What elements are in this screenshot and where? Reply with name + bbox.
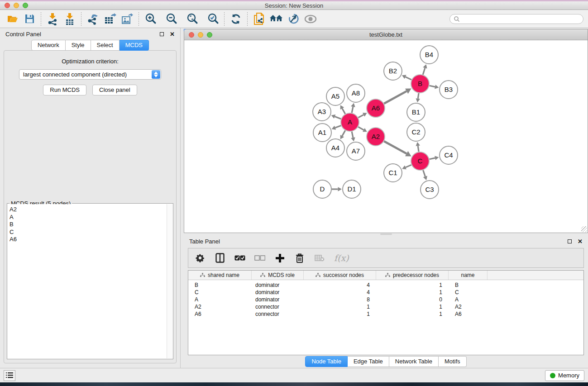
column-header-successor-nodes[interactable]: successor nodes <box>304 271 376 280</box>
zoom-in-icon[interactable] <box>143 12 157 26</box>
tab-select[interactable]: Select <box>91 40 120 51</box>
graph-edge[interactable] <box>418 146 419 152</box>
table-cell: 1 <box>304 304 376 310</box>
show-columns-icon[interactable] <box>215 253 225 263</box>
graph-edge[interactable] <box>406 77 411 80</box>
table-row[interactable]: A2connector11A2 <box>188 303 583 310</box>
column-header-name[interactable]: name <box>449 271 488 280</box>
show-details-eye-icon[interactable] <box>304 12 317 26</box>
function-builder-icon[interactable]: f(x) <box>334 253 349 263</box>
delete-column-trash-icon[interactable] <box>294 253 305 263</box>
export-image-icon[interactable] <box>120 12 134 26</box>
edge-arrowhead <box>351 103 355 107</box>
close-panel-button[interactable]: Close panel <box>92 85 137 95</box>
hierarchy-icon <box>385 273 390 277</box>
new-network-from-selection-icon[interactable] <box>252 12 266 26</box>
table-settings-gear-icon[interactable] <box>195 253 206 263</box>
memory-button[interactable]: Memory <box>545 370 584 381</box>
search-field[interactable] <box>449 14 583 24</box>
graph-node-label: C1 <box>388 169 397 176</box>
zoom-fit-icon[interactable] <box>185 12 199 26</box>
tab-edge-table[interactable]: Edge Table <box>348 356 389 367</box>
toolbar-separator <box>224 12 225 26</box>
table-tabs-bar: Node Table Edge Table Network Table Moti… <box>184 355 588 368</box>
graph-node-label: A <box>348 118 352 126</box>
hierarchy-icon <box>200 273 205 277</box>
edge-arrowhead <box>435 156 439 160</box>
select-all-rows-icon[interactable] <box>234 253 245 263</box>
graph-edge[interactable] <box>423 170 425 176</box>
tab-style[interactable]: Style <box>66 40 91 51</box>
memory-label: Memory <box>558 372 579 379</box>
delete-table-icon[interactable] <box>314 253 325 263</box>
tab-network[interactable]: Network <box>31 40 66 51</box>
export-network-icon[interactable] <box>86 12 100 26</box>
network-graph[interactable]: AA1A2A3A4A5A6A7A8BB1B2B3B4CC1C2C3C4DD1 <box>184 40 588 233</box>
column-header-mcds-role[interactable]: MCDS role <box>252 271 304 280</box>
graph-edge[interactable] <box>335 125 341 128</box>
graph-edge[interactable] <box>342 109 345 114</box>
mcds-result-group: MCDS result (5 nodes) A2ABCA6 <box>7 203 173 359</box>
table-cell: 1 <box>376 311 449 317</box>
resize-grip-icon[interactable] <box>581 226 587 232</box>
zoom-out-icon[interactable] <box>164 12 178 26</box>
deselect-all-rows-icon[interactable] <box>254 253 265 263</box>
criterion-select[interactable]: largest connected component (directed) <box>19 69 161 80</box>
graph-edge[interactable] <box>430 86 435 87</box>
float-panel-icon[interactable] <box>160 32 164 36</box>
tab-node-table[interactable]: Node Table <box>305 356 348 367</box>
import-table-icon[interactable] <box>63 12 76 26</box>
graph-edge[interactable] <box>406 165 411 167</box>
import-network-icon[interactable] <box>46 12 59 26</box>
add-column-icon[interactable] <box>274 253 285 263</box>
result-list-item[interactable]: A <box>10 214 167 221</box>
column-header-predecessor-nodes[interactable]: predecessor nodes <box>376 271 449 280</box>
mcds-result-list[interactable]: A2ABCA6 <box>8 204 167 358</box>
table-row[interactable]: Adominator80A <box>188 296 583 303</box>
result-list-item[interactable]: A2 <box>10 206 167 214</box>
result-list-item[interactable]: C <box>10 229 167 236</box>
table-row[interactable]: A6connector11A6 <box>188 310 583 318</box>
tab-network-table[interactable]: Network Table <box>389 356 439 367</box>
run-mcds-button[interactable]: Run MCDS <box>43 85 86 95</box>
graph-edge[interactable] <box>384 141 406 153</box>
float-table-panel-icon[interactable] <box>568 239 572 243</box>
graph-node-label: B <box>418 80 422 87</box>
close-table-panel-icon[interactable]: ✕ <box>578 238 583 244</box>
apply-layout-icon[interactable] <box>229 12 243 26</box>
graph-node-label: C <box>418 157 423 165</box>
result-scrollbar[interactable] <box>167 204 172 358</box>
result-list-item[interactable]: A6 <box>10 236 167 243</box>
tab-motifs[interactable]: Motifs <box>439 356 467 367</box>
search-input[interactable] <box>460 16 579 22</box>
save-session-icon[interactable] <box>23 12 36 26</box>
table-cell: dominator <box>252 282 304 288</box>
graph-edge[interactable] <box>358 127 363 130</box>
graph-edge[interactable] <box>384 91 406 103</box>
graph-edge[interactable] <box>418 93 419 99</box>
tab-mcds[interactable]: MCDS <box>120 40 149 51</box>
graph-node-label: B1 <box>412 108 420 116</box>
table-row[interactable]: Cdominator41C <box>188 289 583 296</box>
open-session-icon[interactable] <box>5 12 19 26</box>
graph-edge[interactable] <box>358 115 363 118</box>
graph-edge[interactable] <box>430 158 435 159</box>
table-cell: B <box>188 282 252 288</box>
graph-edge[interactable] <box>423 68 425 75</box>
task-history-button[interactable] <box>4 370 15 381</box>
edge-arrowhead <box>416 98 421 102</box>
graph-edge[interactable] <box>352 107 353 113</box>
table-row[interactable]: Bdominator41B <box>188 281 583 289</box>
result-list-item[interactable]: B <box>10 221 167 229</box>
network-canvas[interactable]: AA1A2A3A4A5A6A7A8BB1B2B3B4CC1C2C3C4DD1 <box>184 40 588 233</box>
close-panel-icon[interactable]: ✕ <box>170 31 175 37</box>
zoom-selected-icon[interactable] <box>206 12 220 26</box>
graph-edge[interactable] <box>352 132 353 138</box>
network-window-titlebar[interactable]: testGlobe.txt <box>184 29 588 40</box>
graph-edge[interactable] <box>342 130 345 136</box>
export-table-icon[interactable] <box>103 12 117 26</box>
hide-graphics-icon[interactable] <box>287 12 300 26</box>
home-icon[interactable] <box>269 12 283 26</box>
column-header-shared-name[interactable]: shared name <box>188 271 252 280</box>
graph-edge[interactable] <box>335 117 341 119</box>
